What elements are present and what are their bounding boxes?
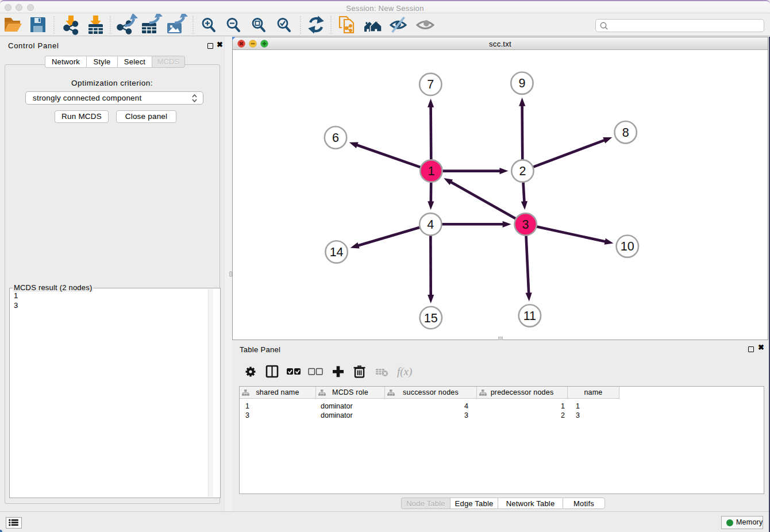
svg-text:7: 7 bbox=[427, 78, 434, 91]
svg-text:11: 11 bbox=[523, 309, 536, 323]
svg-text:8: 8 bbox=[622, 126, 629, 140]
svg-text:3: 3 bbox=[522, 218, 529, 232]
svg-text:4: 4 bbox=[427, 218, 434, 232]
svg-text:14: 14 bbox=[330, 245, 344, 259]
svg-text:6: 6 bbox=[332, 131, 339, 145]
svg-text:10: 10 bbox=[621, 240, 634, 253]
svg-text:9: 9 bbox=[518, 76, 525, 90]
svg-text:2: 2 bbox=[519, 164, 526, 178]
svg-text:15: 15 bbox=[424, 311, 438, 325]
svg-text:1: 1 bbox=[428, 164, 434, 178]
svg-text:f(x): f(x) bbox=[397, 365, 412, 378]
